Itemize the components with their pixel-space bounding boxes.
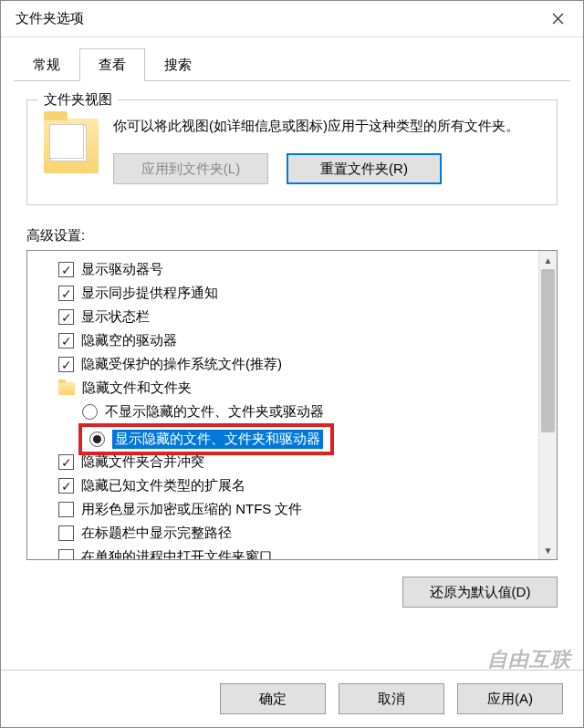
tree-item-label: 显示驱动器号: [81, 261, 163, 278]
tree-item[interactable]: 在单独的进程中打开文件夹窗口: [35, 546, 535, 559]
close-icon: [552, 13, 564, 25]
checkbox-icon[interactable]: ✓: [58, 262, 74, 277]
tree-item[interactable]: ✓显示同步提供程序通知: [35, 282, 535, 305]
radio-icon[interactable]: [82, 404, 98, 420]
tree-item-label: 不显示隐藏的文件、文件夹或驱动器: [105, 403, 324, 421]
folder-view-fieldset: 文件夹视图 你可以将此视图(如详细信息或图标)应用于这种类型的所有文件夹。 应用…: [26, 99, 558, 205]
tree-item-label: 显示隐藏的文件、文件夹和驱动器: [112, 430, 323, 449]
tree-item-label: 隐藏文件和文件夹: [82, 380, 192, 397]
apply-to-folders-button[interactable]: 应用到文件夹(L): [113, 153, 268, 184]
tree-item[interactable]: ✓隐藏空的驱动器: [35, 329, 535, 352]
tree-item-label: 在标题栏中显示完整路径: [81, 525, 232, 542]
tree-item-label: 在单独的进程中打开文件夹窗口: [81, 548, 273, 559]
tree-item-label: 隐藏受保护的操作系统文件(推荐): [81, 356, 282, 373]
reset-folders-button[interactable]: 重置文件夹(R): [287, 153, 442, 184]
scrollbar[interactable]: ▲ ▼: [538, 251, 557, 559]
tree-item[interactable]: 用彩色显示加密或压缩的 NTFS 文件: [35, 498, 535, 521]
tab-search[interactable]: 搜索: [145, 48, 211, 81]
ok-button[interactable]: 确定: [220, 683, 326, 714]
scroll-track[interactable]: [539, 269, 557, 541]
highlighted-option: 显示隐藏的文件、文件夹和驱动器: [78, 423, 334, 455]
apply-button[interactable]: 应用(A): [457, 683, 563, 714]
tree-item[interactable]: 显示隐藏的文件、文件夹和驱动器: [35, 421, 535, 458]
scroll-up-arrow[interactable]: ▲: [539, 251, 557, 269]
tab-general[interactable]: 常规: [14, 48, 79, 81]
checkbox-icon[interactable]: ✓: [58, 357, 74, 372]
radio-icon[interactable]: [89, 432, 105, 447]
tree-item-label: 隐藏空的驱动器: [81, 332, 177, 349]
tree-item-label: 用彩色显示加密或压缩的 NTFS 文件: [81, 501, 303, 518]
checkbox-icon[interactable]: ✓: [58, 333, 74, 348]
restore-defaults-button[interactable]: 还原为默认值(D): [402, 577, 558, 608]
tree-item[interactable]: ✓隐藏受保护的操作系统文件(推荐): [35, 353, 535, 376]
checkbox-icon[interactable]: [58, 549, 74, 559]
folder-view-legend: 文件夹视图: [38, 91, 118, 109]
scroll-down-arrow[interactable]: ▼: [539, 541, 557, 559]
folder-view-description: 你可以将此视图(如详细信息或图标)应用于这种类型的所有文件夹。: [113, 115, 540, 137]
checkbox-icon[interactable]: ✓: [58, 286, 74, 301]
checkbox-icon[interactable]: ✓: [58, 478, 74, 494]
advanced-settings-tree[interactable]: ✓显示驱动器号✓显示同步提供程序通知✓显示状态栏✓隐藏空的驱动器✓隐藏受保护的操…: [26, 250, 558, 560]
tree-item[interactable]: 在标题栏中显示完整路径: [35, 522, 535, 545]
tabs: 常规 查看 搜索: [1, 37, 583, 81]
checkbox-icon[interactable]: [58, 525, 74, 541]
tree-list: ✓显示驱动器号✓显示同步提供程序通知✓显示状态栏✓隐藏空的驱动器✓隐藏受保护的操…: [27, 251, 538, 559]
cancel-button[interactable]: 取消: [339, 683, 444, 714]
dialog-buttons: 确定 取消 应用(A): [1, 670, 583, 714]
checkbox-icon[interactable]: [58, 502, 74, 517]
titlebar: 文件夹选项: [1, 1, 583, 37]
close-button[interactable]: [541, 3, 574, 36]
folder-icon: [44, 119, 99, 173]
advanced-settings-label: 高级设置:: [26, 227, 558, 244]
scroll-thumb[interactable]: [541, 269, 555, 432]
tree-item-label: 显示同步提供程序通知: [81, 285, 218, 302]
tree-item[interactable]: ✓隐藏已知文件类型的扩展名: [35, 474, 535, 497]
checkbox-icon[interactable]: ✓: [58, 309, 74, 325]
tree-item-label: 显示状态栏: [81, 308, 150, 326]
folder-options-dialog: 文件夹选项 常规 查看 搜索 文件夹视图 你可以将此视图(如详细信息或图标)应用…: [0, 0, 584, 728]
tree-item[interactable]: ✓显示驱动器号: [35, 258, 535, 281]
tab-view[interactable]: 查看: [79, 48, 145, 81]
tree-item[interactable]: 隐藏文件和文件夹: [35, 377, 535, 400]
folder-mini-icon: [58, 382, 75, 395]
tree-item-label: 隐藏已知文件类型的扩展名: [81, 477, 245, 494]
view-panel: 文件夹视图 你可以将此视图(如详细信息或图标)应用于这种类型的所有文件夹。 应用…: [1, 81, 583, 727]
window-title: 文件夹选项: [16, 10, 84, 27]
tree-item[interactable]: ✓显示状态栏: [35, 306, 535, 328]
